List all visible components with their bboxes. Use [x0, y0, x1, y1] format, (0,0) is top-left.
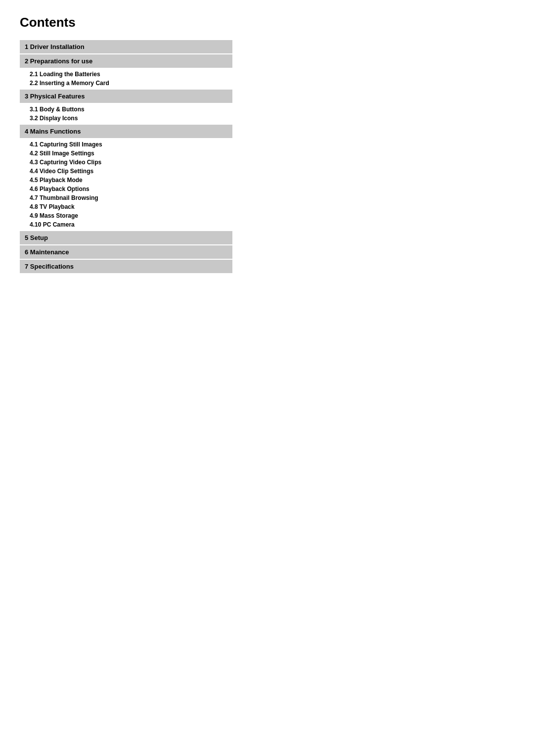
page-title: Contents [20, 15, 514, 30]
table-of-contents: 1 Driver Installation2 Preparations for … [20, 40, 232, 273]
sub-item-4-7[interactable]: 4.7 Thumbnail Browsing [20, 193, 232, 202]
sub-item-4-3[interactable]: 4.3 Capturing Video Clips [20, 158, 232, 167]
section-header-6[interactable]: 6 Maintenance [20, 245, 232, 259]
sub-item-4-4[interactable]: 4.4 Video Clip Settings [20, 167, 232, 176]
section-header-1[interactable]: 1 Driver Installation [20, 40, 232, 53]
sub-item-4-5[interactable]: 4.5 Playback Mode [20, 176, 232, 185]
sub-item-4-2[interactable]: 4.2 Still Image Settings [20, 149, 232, 158]
sub-item-2-1[interactable]: 2.1 Loading the Batteries [20, 70, 232, 79]
sub-item-4-9[interactable]: 4.9 Mass Storage [20, 211, 232, 220]
section-header-3[interactable]: 3 Physical Features [20, 90, 232, 103]
sub-items-3: 3.1 Body & Buttons3.2 Display Icons [20, 104, 232, 124]
sub-item-4-8[interactable]: 4.8 TV Playback [20, 202, 232, 211]
section-header-5[interactable]: 5 Setup [20, 231, 232, 244]
section-header-4[interactable]: 4 Mains Functions [20, 125, 232, 138]
sub-item-4-1[interactable]: 4.1 Capturing Still Images [20, 140, 232, 149]
section-header-2[interactable]: 2 Preparations for use [20, 54, 232, 68]
sub-item-2-2[interactable]: 2.2 Inserting a Memory Card [20, 79, 232, 88]
sub-item-4-6[interactable]: 4.6 Playback Options [20, 185, 232, 193]
section-header-7[interactable]: 7 Specifications [20, 260, 232, 273]
sub-item-4-10[interactable]: 4.10 PC Camera [20, 220, 232, 229]
sub-item-3-1[interactable]: 3.1 Body & Buttons [20, 105, 232, 114]
sub-items-2: 2.1 Loading the Batteries2.2 Inserting a… [20, 69, 232, 89]
sub-item-3-2[interactable]: 3.2 Display Icons [20, 114, 232, 123]
sub-items-4: 4.1 Capturing Still Images4.2 Still Imag… [20, 139, 232, 230]
